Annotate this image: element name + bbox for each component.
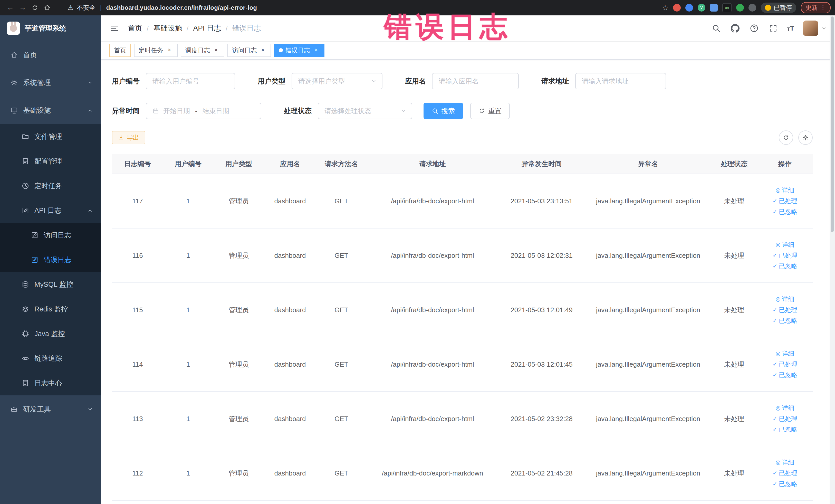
sidebar-item-java[interactable]: Java 监控 (0, 321, 101, 346)
extension-icon-red[interactable] (673, 4, 681, 12)
scrollbar-thumb[interactable] (831, 16, 834, 232)
sidebar-item-error-log[interactable]: 错误日志 (0, 247, 101, 272)
sidebar-toggle-icon[interactable] (109, 23, 120, 33)
action-processed[interactable]: ✓已处理 (773, 360, 797, 368)
sidebar-item-jobs[interactable]: 定时任务 (0, 174, 101, 198)
sidebar-item-trace[interactable]: 链路追踪 (0, 346, 101, 371)
action-ignored[interactable]: ✓已忽略 (773, 317, 797, 325)
address-bar[interactable]: ⚠ 不安全 | dashboard.yudao.iocoder.cn/infra… (68, 4, 257, 12)
back-icon[interactable]: ← (4, 2, 16, 14)
github-icon[interactable] (730, 23, 740, 33)
user-id-input[interactable] (146, 73, 235, 89)
sidebar-item-redis[interactable]: Redis 监控 (0, 297, 101, 321)
sidebar: 芋道管理系统 首页系统管理基础设施文件管理配置管理定时任务API 日志访问日志错… (0, 15, 101, 504)
tab-error-log[interactable]: 错误日志× (274, 44, 324, 57)
refresh-table-button[interactable] (779, 130, 793, 145)
search-icon[interactable] (711, 23, 721, 33)
reset-button[interactable]: 重置 (470, 103, 510, 119)
close-tab-icon[interactable]: × (313, 47, 320, 54)
tab-home[interactable]: 首页 (109, 44, 131, 57)
action-ignored[interactable]: ✓已忽略 (773, 208, 797, 216)
sidebar-item-log-center[interactable]: 日志中心 (0, 371, 101, 396)
cell-app: dashboard (264, 415, 316, 423)
check-icon: ✓ (773, 416, 777, 422)
navbar-tools: TT (711, 21, 827, 36)
sidebar-item-files[interactable]: 文件管理 (0, 124, 101, 149)
chevron-down-icon (821, 26, 827, 31)
action-detail[interactable]: ◎详细 (775, 186, 794, 194)
database-icon (22, 281, 29, 288)
sidebar-item-config[interactable]: 配置管理 (0, 149, 101, 174)
breadcrumb-infra[interactable]: 基础设施 (153, 23, 182, 33)
action-detail[interactable]: ◎详细 (775, 241, 794, 249)
action-detail[interactable]: ◎详细 (775, 458, 794, 466)
user-menu[interactable] (803, 21, 827, 36)
user-type-select[interactable]: 请选择用户类型 (291, 73, 383, 89)
close-tab-icon[interactable]: × (166, 47, 173, 54)
sidebar-item-infra[interactable]: 基础设施 (0, 97, 101, 124)
help-icon[interactable] (749, 23, 759, 33)
page-scrollbar[interactable] (830, 15, 835, 504)
extension-icon-vue[interactable]: V (698, 4, 705, 12)
breadcrumb-current: 错误日志 (232, 23, 261, 33)
filter-request-url: 请求地址 (541, 73, 666, 89)
forward-icon[interactable]: → (16, 2, 29, 14)
tab-access-log[interactable]: 访问日志× (227, 44, 271, 57)
action-detail[interactable]: ◎详细 (775, 295, 794, 303)
check-icon: ✓ (773, 470, 777, 477)
extension-icon-grid[interactable] (710, 4, 718, 12)
date-range-picker[interactable]: 开始日期 - 结束日期 (146, 103, 261, 119)
update-button[interactable]: 更新 ⋮ (801, 2, 831, 13)
bookmark-star-icon[interactable]: ☆ (662, 4, 668, 12)
search-button[interactable]: 搜索 (424, 103, 463, 119)
action-processed[interactable]: ✓已处理 (773, 306, 797, 314)
action-ignored[interactable]: ✓已忽略 (773, 371, 797, 379)
breadcrumb: 首页 / 基础设施 / API 日志 / 错误日志 (128, 23, 261, 33)
action-processed[interactable]: ✓已处理 (773, 415, 797, 423)
paused-badge[interactable]: 已暂停 (761, 3, 796, 13)
reload-icon[interactable] (29, 2, 41, 14)
cell-app: dashboard (264, 361, 316, 368)
fullscreen-icon[interactable] (768, 23, 778, 33)
extension-icon-on[interactable]: on (722, 3, 732, 12)
home-icon[interactable] (41, 2, 54, 14)
sidebar-item-mysql[interactable]: MySQL 监控 (0, 272, 101, 297)
action-processed[interactable]: ✓已处理 (773, 469, 797, 477)
app-name-label: 应用名 (405, 77, 426, 86)
column-settings-button[interactable] (798, 130, 813, 145)
extension-icon-blue[interactable] (685, 4, 693, 12)
action-detail[interactable]: ◎详细 (775, 349, 794, 358)
process-status-placeholder: 请选择处理状态 (324, 106, 371, 116)
request-url-input[interactable] (575, 73, 666, 89)
action-ignored[interactable]: ✓已忽略 (773, 425, 797, 434)
page-content: 用户编号 用户类型 请选择用户类型 应用名 (101, 60, 835, 504)
font-size-icon[interactable]: TT (787, 24, 794, 32)
tab-jobs[interactable]: 定时任务× (134, 44, 178, 57)
extension-icon-paw[interactable] (749, 4, 756, 12)
sidebar-item-home[interactable]: 首页 (0, 41, 101, 69)
tab-job-log[interactable]: 调度日志× (181, 44, 224, 57)
eye-icon: ◎ (775, 459, 780, 466)
action-ignored[interactable]: ✓已忽略 (773, 480, 797, 488)
sidebar-item-system[interactable]: 系统管理 (0, 69, 101, 97)
action-processed[interactable]: ✓已处理 (773, 251, 797, 260)
close-tab-icon[interactable]: × (259, 47, 266, 54)
export-button[interactable]: 导出 (112, 131, 145, 144)
sidebar-item-access-log[interactable]: 访问日志 (0, 223, 101, 247)
breadcrumb-separator: / (187, 24, 188, 32)
action-processed[interactable]: ✓已处理 (773, 197, 797, 205)
navbar: 首页 / 基础设施 / API 日志 / 错误日志 (101, 15, 835, 42)
breadcrumb-home[interactable]: 首页 (128, 23, 142, 33)
cell-app: dashboard (264, 197, 316, 205)
extension-icon-leaf[interactable] (736, 4, 744, 12)
sidebar-item-api-log[interactable]: API 日志 (0, 198, 101, 223)
app-name-input[interactable] (432, 73, 519, 89)
action-ignored[interactable]: ✓已忽略 (773, 262, 797, 270)
app-logo[interactable]: 芋道管理系统 (0, 15, 101, 41)
action-detail[interactable]: ◎详细 (775, 404, 794, 412)
process-status-select[interactable]: 请选择处理状态 (318, 103, 412, 119)
sidebar-item-dev-tools[interactable]: 研发工具 (0, 396, 101, 423)
breadcrumb-api-log[interactable]: API 日志 (193, 23, 221, 33)
eye-icon: ◎ (775, 350, 780, 357)
close-tab-icon[interactable]: × (212, 47, 220, 54)
